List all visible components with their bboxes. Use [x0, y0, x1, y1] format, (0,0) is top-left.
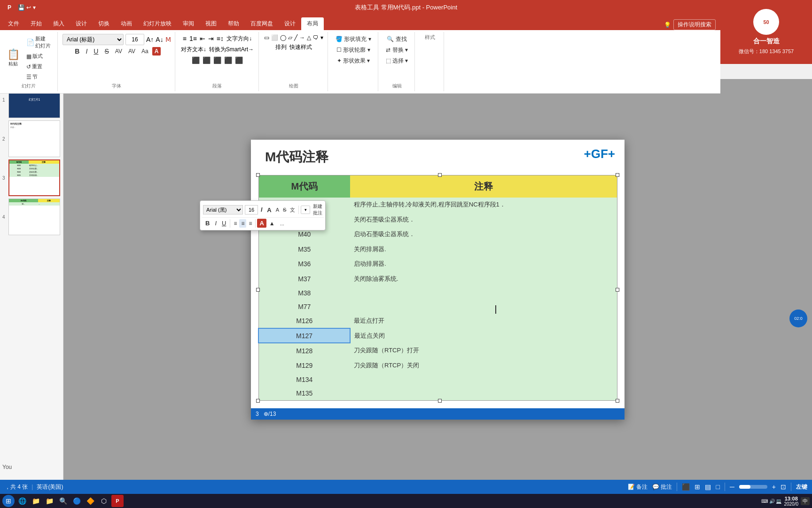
- ctx-align-center-btn[interactable]: ≡: [239, 219, 246, 228]
- shape-outline-btn[interactable]: ☐ 形状轮廓 ▾: [334, 45, 373, 56]
- shape-4[interactable]: ▱: [288, 34, 293, 41]
- td-code-m77[interactable]: M77: [258, 300, 350, 313]
- font-size-input[interactable]: [125, 34, 144, 45]
- td-comment-m38[interactable]: [350, 286, 617, 300]
- ctx-more-format-btn[interactable]: ...: [278, 220, 287, 227]
- files-btn[interactable]: 📁: [30, 495, 42, 507]
- taskbar-btn3[interactable]: 🔶: [84, 495, 96, 507]
- tab-help[interactable]: 帮助: [222, 17, 245, 30]
- font-color-btn[interactable]: A: [152, 47, 161, 56]
- browser-btn[interactable]: 🌐: [16, 495, 28, 507]
- text-direction-btn[interactable]: 文字方向↓: [226, 34, 253, 44]
- handle-tc[interactable]: [438, 173, 442, 177]
- circle-badge[interactable]: 02:0: [789, 310, 807, 327]
- tab-review[interactable]: 审阅: [177, 17, 200, 30]
- td-comment-m37[interactable]: 关闭除油雾系统.: [350, 271, 617, 286]
- clear-format-btn[interactable]: Ⅿ: [165, 36, 171, 43]
- paste-btn[interactable]: 📋粘贴: [4, 47, 23, 69]
- zoom-out-btn[interactable]: ─: [730, 483, 734, 491]
- tab-baidu[interactable]: 百度网盘: [245, 17, 279, 30]
- ctx-font-color-btn[interactable]: A: [257, 219, 266, 228]
- td-comment-m40[interactable]: 启动石墨吸尘器系统．: [350, 227, 617, 242]
- para-justify[interactable]: ⬛: [223, 56, 233, 65]
- comments-toggle-btn[interactable]: 💬 批注: [652, 483, 672, 491]
- handle-bl[interactable]: [256, 399, 260, 403]
- handle-tr[interactable]: [616, 173, 619, 177]
- ctx-font-select[interactable]: Arial (黑): [203, 205, 243, 214]
- slide-thumb-3[interactable]: M代码注释 M30程序停止... M39关闭石墨... M40启动石墨... M…: [8, 159, 60, 196]
- ie-btn[interactable]: 🔵: [70, 495, 83, 507]
- reset-btn[interactable]: ↺重置: [23, 62, 54, 71]
- ctx-new-comment-area[interactable]: 新建 批注: [313, 203, 322, 216]
- num-list-btn[interactable]: 1≡: [188, 34, 198, 44]
- shape-more[interactable]: ▾: [320, 34, 324, 41]
- td-code-m37[interactable]: M37: [258, 271, 350, 286]
- para-cols[interactable]: ⬛: [234, 56, 244, 65]
- tab-transition[interactable]: 切换: [93, 17, 115, 30]
- ctx-italic-btn[interactable]: I: [259, 206, 264, 214]
- ctx-highlight-btn[interactable]: ▲: [267, 219, 277, 228]
- arrange-btn[interactable]: 排列: [274, 42, 288, 52]
- td-comment-m127[interactable]: 最近点关闭: [350, 328, 617, 343]
- shape-1[interactable]: ▭: [264, 34, 270, 41]
- files-btn2[interactable]: 📁: [43, 495, 55, 507]
- bullet-list-btn[interactable]: ≡: [182, 34, 187, 44]
- td-comment-m126[interactable]: 最近点打开: [350, 313, 617, 328]
- ctx-italic-btn2[interactable]: I: [212, 219, 219, 228]
- view-reading-btn[interactable]: ▤: [705, 483, 711, 491]
- para-align-right[interactable]: ⬛: [212, 56, 222, 65]
- line-spacing-btn[interactable]: ≡↕: [216, 34, 225, 44]
- taskbar-btn4[interactable]: ⬡: [98, 495, 110, 507]
- zoom-in-btn[interactable]: +: [772, 483, 776, 491]
- italic-btn[interactable]: I: [83, 47, 90, 56]
- search-taskbar-btn[interactable]: 🔍: [57, 495, 69, 507]
- ctx-strikethrough-btn[interactable]: S: [281, 206, 288, 213]
- tab-slideshow[interactable]: 幻灯片放映: [138, 17, 177, 30]
- replace-btn[interactable]: ⇄ 替换 ▾: [383, 45, 411, 56]
- clock-area[interactable]: 13:08 2020/0: [784, 496, 798, 507]
- start-btn[interactable]: ⊞: [2, 495, 15, 507]
- td-code-m36[interactable]: M36: [258, 257, 350, 272]
- tab-design[interactable]: 设计: [70, 17, 93, 30]
- section-btn[interactable]: ☰节: [23, 72, 54, 82]
- handle-br[interactable]: [616, 399, 619, 403]
- shape-fill-btn[interactable]: 🪣 形状填充 ▾: [333, 34, 374, 45]
- handle-ml[interactable]: [256, 288, 260, 292]
- ctx-fontsize-a1[interactable]: A: [265, 206, 273, 214]
- smartart-btn[interactable]: 转换为SmartArt→: [208, 45, 255, 55]
- text-shadow-btn[interactable]: AV: [113, 47, 125, 56]
- td-code-m35[interactable]: M35: [258, 242, 350, 257]
- tab-layout[interactable]: 布局: [301, 17, 324, 30]
- slide-thumb-4[interactable]: M代码注释 M......: [8, 198, 60, 235]
- td-comment-m36[interactable]: 启动排屑器.: [350, 257, 617, 272]
- td-code-m129[interactable]: M129: [258, 358, 350, 373]
- tab-insert[interactable]: 插入: [47, 17, 70, 30]
- td-code-m126[interactable]: M126: [258, 313, 350, 328]
- shape-3[interactable]: ◯: [280, 34, 287, 41]
- td-comment-m134[interactable]: [350, 373, 617, 386]
- td-code-m127[interactable]: M127: [258, 328, 350, 343]
- font-grow-btn[interactable]: A↑: [146, 36, 154, 43]
- shape-5[interactable]: ╱: [294, 34, 298, 41]
- font-shrink-btn[interactable]: A↓: [156, 36, 163, 43]
- find-btn[interactable]: 🔍 查找: [384, 34, 409, 45]
- handle-mr[interactable]: [616, 288, 619, 292]
- shape-effect-btn[interactable]: ✦ 形状效果 ▾: [334, 56, 373, 66]
- ctx-bold-btn[interactable]: B: [203, 219, 212, 228]
- view-slide-btn[interactable]: ⊞: [695, 483, 700, 491]
- td-comment-m128[interactable]: 刀尖跟随（RTCP）打开: [350, 343, 617, 358]
- handle-tl[interactable]: [256, 173, 260, 177]
- td-comment-m39[interactable]: 关闭石墨吸尘器系统．: [350, 212, 617, 227]
- ctx-east-text-btn[interactable]: 文: [289, 206, 297, 214]
- td-comment-m30[interactable]: 程序停止,主轴停转,冷却液关闭,程序回跳至NC程序段1．: [350, 198, 617, 213]
- ctx-more-btn[interactable]: ▾: [301, 206, 310, 214]
- tab-animation[interactable]: 动画: [115, 17, 138, 30]
- tab-file[interactable]: 文件: [2, 17, 25, 30]
- quick-styles-btn[interactable]: 快速样式: [289, 42, 313, 52]
- ctx-align-right-btn[interactable]: ≡: [247, 219, 254, 228]
- shape-2[interactable]: ⬜: [271, 34, 279, 41]
- strikethrough-btn[interactable]: S: [102, 47, 111, 56]
- layout-btn[interactable]: ▦版式: [23, 51, 54, 61]
- td-code-m135[interactable]: M135: [258, 386, 350, 400]
- para-align-left[interactable]: ⬛: [191, 56, 201, 65]
